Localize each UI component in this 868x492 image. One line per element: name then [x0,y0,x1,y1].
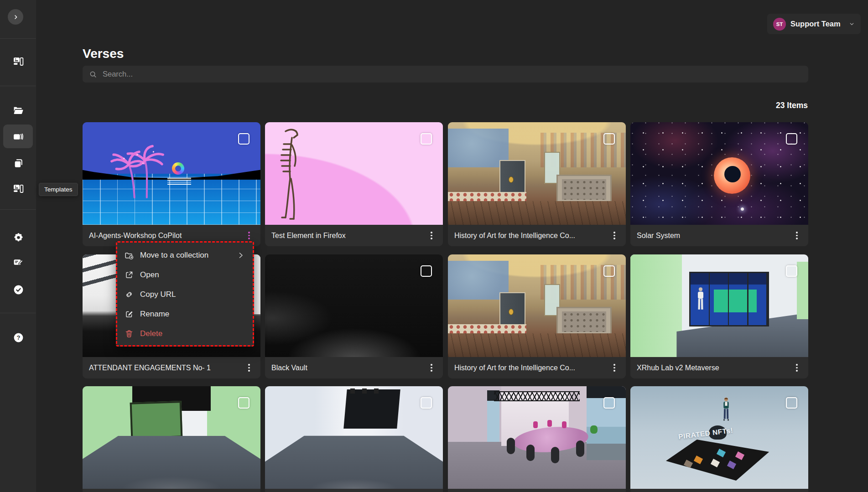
menu-item-copy-url[interactable]: Copy URL [117,285,253,304]
select-checkbox[interactable] [421,397,432,409]
thumbnail-art [547,420,552,427]
sidebar-expand-button[interactable] [8,9,23,25]
card-thumbnail[interactable] [448,122,626,225]
palm-trees-art [108,141,178,198]
chevron-right-icon [236,251,245,260]
select-checkbox[interactable] [238,397,249,409]
open-external-icon [125,270,134,280]
chevron-right-icon [12,13,20,21]
card-thumbnail[interactable] [630,254,808,357]
card-title: XRhub Lab v2 Metaverse [637,364,792,372]
verse-card [265,386,443,492]
svg-text:?: ? [16,334,20,341]
sidebar-item-templates[interactable] [7,178,29,200]
menu-item-label: Rename [140,310,245,319]
search-input[interactable] [102,69,808,79]
search-icon [89,70,97,78]
thumbnail-art [350,388,382,394]
select-checkbox[interactable] [786,133,797,145]
menu-item-label: Open [140,270,245,280]
user-menu-button[interactable]: ST Support Team [767,14,861,34]
card-title: History of Art for the Intelligence Co..… [454,232,609,240]
card-title: Test Element in Firefox [271,232,426,240]
card-thumbnail[interactable] [83,386,260,489]
menu-item-move-to-collection[interactable]: Move to a collection [117,245,253,265]
sidebar-item-settings[interactable] [7,227,29,249]
sidebar-item-collections[interactable] [7,152,29,174]
folder-move-icon [125,251,134,260]
divider [0,313,36,313]
verse-card: History of Art for the Intelligence Co..… [448,122,626,246]
verse-card: Solar System [630,122,808,246]
card-thumbnail[interactable] [265,122,443,225]
card-menu-button[interactable] [426,362,437,374]
card-thumbnail[interactable]: PIRATED NFTs! [630,386,808,489]
card-title-bar: ATTENDANT ENGAGEMENTS No- 1 [83,357,260,378]
select-checkbox[interactable] [603,133,615,145]
select-checkbox[interactable] [238,133,249,145]
card-title-bar [83,489,260,492]
thumbnail-art [576,440,584,457]
user-name: Support Team [790,20,849,28]
card-title-bar [265,489,443,492]
trash-icon [125,329,134,338]
thumbnail-art [630,254,682,357]
card-title: History of Art for the Intelligence Co..… [454,364,609,372]
select-checkbox[interactable] [786,265,797,277]
card-thumbnail[interactable] [265,386,443,489]
card-menu-button[interactable] [609,230,619,242]
card-title-bar [630,489,808,492]
sidebar-item-help[interactable]: ? [7,326,29,348]
dinosaur-skeleton-art [270,124,314,223]
sidebar-item-folders[interactable] [7,99,29,121]
sidebar-item-feedback[interactable] [7,251,29,273]
card-menu-button[interactable] [792,362,802,374]
card-thumbnail[interactable] [83,122,260,225]
sidebar-item-verses[interactable] [3,124,33,148]
card-menu-button[interactable] [609,362,619,374]
card-menu-button[interactable] [244,362,254,374]
thumbnail-art [556,175,612,204]
menu-item-rename[interactable]: Rename [117,304,253,324]
select-checkbox[interactable] [421,265,432,277]
select-checkbox[interactable] [786,397,797,409]
card-thumbnail[interactable] [630,122,808,225]
card-thumbnail[interactable] [448,254,626,357]
link-icon [125,290,134,299]
menu-item-open[interactable]: Open [117,265,253,285]
card-title: Solar System [637,232,792,240]
gear-icon [13,232,24,243]
sidebar-item-tasks[interactable] [7,279,29,300]
check-circle-icon [13,284,24,295]
menu-item-delete[interactable]: Delete [117,324,253,343]
verse-card: Test Element in Firefox [265,122,443,246]
verse-card: AI-Agents-Workshop CoPilot [83,122,260,246]
sun-ring-art [714,157,750,194]
avatar: ST [773,18,786,31]
card-menu-button[interactable] [244,230,254,242]
sidebar-item-dashboard[interactable] [7,51,29,73]
select-checkbox[interactable] [603,397,615,409]
thumbnail-art [507,438,515,454]
card-title-bar: History of Art for the Intelligence Co..… [448,225,626,246]
card-thumbnail[interactable] [265,254,443,357]
select-checkbox[interactable] [421,133,432,145]
card-title-bar: History of Art for the Intelligence Co..… [448,357,626,378]
copilot-logo-art [172,162,184,175]
devices-icon [13,56,24,67]
avatar-figure-art [721,397,731,425]
layers-icon [12,131,24,142]
card-menu-button[interactable] [426,230,437,242]
card-menu-button[interactable] [792,230,802,242]
thumbnail-art [533,421,538,428]
menu-item-label: Move to a collection [140,251,230,260]
verse-card: Black Vault [265,254,443,378]
select-checkbox[interactable] [603,265,615,277]
menu-item-label: Copy URL [140,290,245,299]
thumbnail-art [797,262,808,319]
card-title-bar: Solar System [630,225,808,246]
thumbnail-art [167,178,191,186]
card-title: AI-Agents-Workshop CoPilot [89,232,244,240]
scene-sign-text: PIRATED NFTs! [678,426,734,441]
card-thumbnail[interactable] [448,386,626,489]
